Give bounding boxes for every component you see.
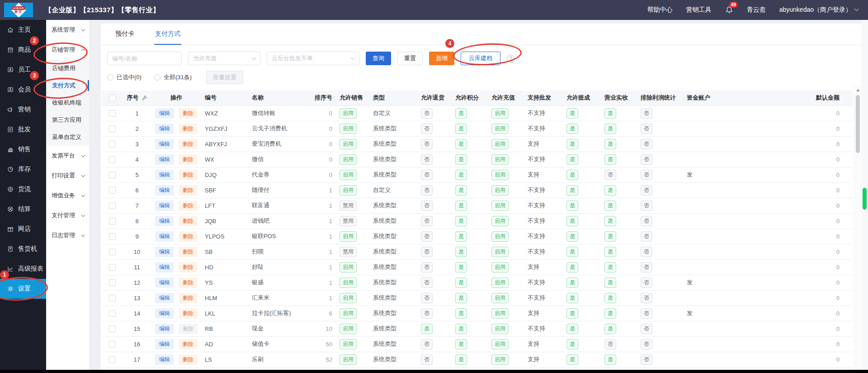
edit-button[interactable]: 编辑	[155, 216, 174, 226]
row-checkbox[interactable]	[109, 356, 116, 363]
delete-button[interactable]: 删除	[179, 247, 198, 257]
cloud-archive-button[interactable]: 云库建档	[461, 52, 500, 65]
submenu-group[interactable]: 日志管理	[46, 225, 89, 245]
submenu-group[interactable]: 系统管理	[46, 20, 89, 40]
delete-button[interactable]: 删除	[179, 154, 198, 165]
submenu-item[interactable]: 菜单自定义	[46, 129, 89, 146]
row-checkbox[interactable]	[109, 202, 116, 209]
edit-button[interactable]: 编辑	[155, 293, 174, 303]
page-scrollbar[interactable]	[861, 20, 868, 370]
row-checkbox[interactable]	[109, 125, 116, 132]
row-checkbox[interactable]	[109, 110, 116, 117]
submenu-group[interactable]: 打印设置	[46, 166, 89, 186]
row-checkbox[interactable]	[109, 156, 116, 163]
row-checkbox[interactable]	[109, 218, 116, 225]
delete-button[interactable]: 删除	[179, 216, 198, 226]
delete-button[interactable]: 删除	[179, 354, 198, 365]
help-center-link[interactable]: 帮助中心	[647, 6, 673, 14]
store-name[interactable]: 青云斋	[747, 6, 766, 14]
radio-selected[interactable]: 已选中(0)	[107, 73, 142, 81]
delete-button[interactable]: 删除	[179, 339, 198, 349]
select-all-checkbox[interactable]	[109, 95, 116, 101]
sidebar-item-member[interactable]: 会员	[0, 80, 46, 100]
sidebar-item-marketing[interactable]: 营销	[0, 100, 46, 120]
edit-button[interactable]: 编辑	[155, 247, 174, 257]
edit-button[interactable]: 编辑	[155, 324, 174, 334]
table-scrollbar[interactable]	[854, 86, 861, 370]
batch-settings-button[interactable]: 批量设置	[206, 71, 243, 84]
edit-button[interactable]: 编辑	[155, 185, 174, 196]
marketing-tools-link[interactable]: 营销工具	[686, 6, 712, 14]
page-scrollbar-thumb[interactable]	[863, 188, 867, 210]
add-button[interactable]: 新增	[429, 52, 454, 65]
sidebar-item-staff[interactable]: 员工	[0, 60, 46, 80]
tab-payment-method[interactable]: 支付方式	[154, 30, 181, 45]
submenu-item[interactable]: 店铺费用	[46, 60, 89, 77]
sidebar-item-reports[interactable]: 高级报表	[0, 259, 46, 279]
sidebar-item-logistics[interactable]: 货流	[0, 179, 46, 199]
sidebar-item-home[interactable]: 主页	[0, 20, 46, 40]
edit-button[interactable]: 编辑	[155, 154, 174, 165]
keyword-input[interactable]	[107, 52, 182, 65]
edit-button[interactable]: 编辑	[155, 339, 174, 349]
edit-button[interactable]: 编辑	[155, 277, 174, 288]
delete-button[interactable]: 删除	[179, 308, 198, 319]
row-checkbox[interactable]	[109, 264, 116, 271]
sidebar-item-inventory[interactable]: 库存	[0, 159, 46, 179]
edit-button[interactable]: 编辑	[155, 308, 174, 319]
edit-button[interactable]: 编辑	[155, 124, 174, 134]
row-checkbox[interactable]	[109, 310, 116, 317]
tab-prepaid-card[interactable]: 预付卡	[114, 30, 135, 45]
notification-bell-icon[interactable]: 49	[725, 6, 733, 14]
row-checkbox[interactable]	[109, 233, 116, 240]
row-checkbox[interactable]	[109, 141, 116, 148]
edit-button[interactable]: 编辑	[155, 139, 174, 149]
delete-button[interactable]: 删除	[179, 170, 198, 180]
row-checkbox[interactable]	[109, 295, 116, 301]
delete-button[interactable]: 删除	[179, 231, 198, 242]
edit-button[interactable]: 编辑	[155, 354, 174, 365]
submenu-item[interactable]: 第三方应用	[46, 111, 89, 129]
submenu-item[interactable]: 收银机终端	[46, 94, 89, 111]
sidebar-item-vending[interactable]: 售货机	[0, 239, 46, 259]
delete-button[interactable]: 删除	[179, 201, 198, 211]
sidebar-item-store[interactable]: 网店	[0, 219, 46, 239]
recharge-select[interactable]: 允许充值	[188, 52, 260, 65]
sidebar-item-wholesale[interactable]: 批发	[0, 120, 46, 139]
reset-button[interactable]: 重置	[397, 52, 423, 65]
delete-button[interactable]: 删除	[179, 324, 198, 334]
aibao-logo[interactable]: AIBAO 爱宝	[4, 3, 33, 17]
sidebar-item-settings[interactable]: 设置	[0, 279, 46, 299]
delete-button[interactable]: 删除	[179, 262, 198, 273]
radio-all[interactable]: 全部(31条)	[154, 73, 192, 81]
delete-button[interactable]: 删除	[179, 185, 198, 196]
sidebar-item-sales[interactable]: 销售	[0, 139, 46, 159]
submenu-group[interactable]: 发票平台	[46, 146, 89, 166]
row-checkbox[interactable]	[109, 187, 116, 194]
wrench-icon[interactable]	[142, 95, 147, 101]
edit-button[interactable]: 编辑	[155, 108, 174, 119]
edit-button[interactable]: 编辑	[155, 170, 174, 180]
row-checkbox[interactable]	[109, 325, 116, 332]
delete-button[interactable]: 删除	[179, 124, 198, 134]
delete-button[interactable]: 删除	[179, 139, 198, 149]
delete-button[interactable]: 删除	[179, 293, 198, 303]
row-checkbox[interactable]	[109, 341, 116, 348]
table-scrollbar-thumb[interactable]	[856, 95, 860, 153]
submenu-group[interactable]: 店铺管理	[46, 40, 89, 60]
delete-button[interactable]: 删除	[179, 108, 198, 119]
edit-button[interactable]: 编辑	[155, 262, 174, 273]
row-checkbox[interactable]	[109, 279, 116, 286]
sidebar-item-goods[interactable]: 商品	[0, 40, 46, 60]
row-checkbox[interactable]	[109, 249, 116, 255]
scroll-up-icon[interactable]	[856, 89, 860, 91]
search-button[interactable]: 查询	[366, 52, 391, 65]
help-icon[interactable]: ?	[507, 55, 514, 62]
submenu-group[interactable]: 增值业务	[46, 186, 89, 206]
account-menu[interactable]: abyunkedao（商户登录）	[779, 6, 858, 14]
cloud-wholesale-select[interactable]: 云后台批发开单	[267, 52, 359, 65]
delete-button[interactable]: 删除	[179, 277, 198, 288]
submenu-group[interactable]: 支付管理	[46, 206, 89, 225]
edit-button[interactable]: 编辑	[155, 231, 174, 242]
sidebar-item-settlement[interactable]: 结算	[0, 199, 46, 219]
